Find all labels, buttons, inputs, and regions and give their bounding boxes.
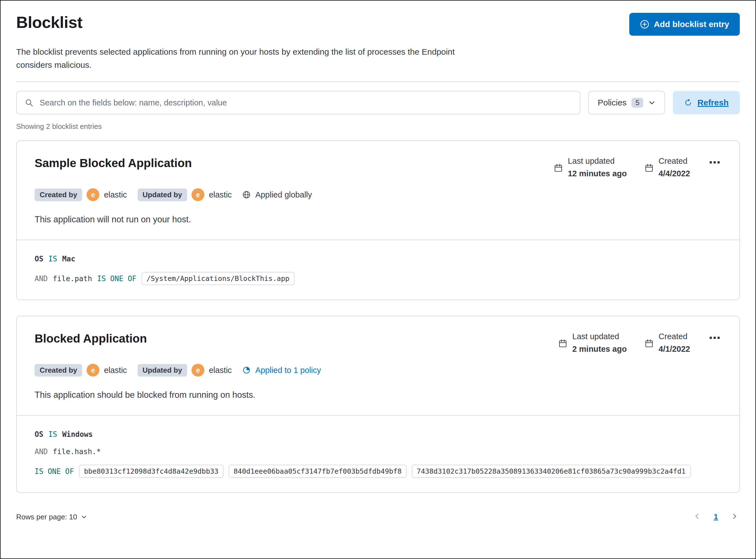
boxes-horizontal-icon (710, 161, 720, 164)
criteria-token: Mac (62, 255, 75, 263)
entry-actions-menu-button[interactable] (708, 156, 721, 168)
last-updated-value: 12 minutes ago (568, 169, 627, 178)
page-header: Blocklist Add blocklist entry (16, 13, 740, 36)
criteria-token: file.hash.* (53, 447, 101, 456)
refresh-button[interactable]: Refresh (673, 91, 740, 114)
applied-scope[interactable]: Applied to 1 policy (242, 366, 321, 375)
criteria-line: OSISWindows (35, 430, 721, 439)
table-footer: Rows per page: 10 1 (16, 511, 740, 523)
criteria-value-box: /System/Applications/BlockThis.app (142, 272, 295, 285)
entry-meta: Last updated 12 minutes ago Created 4/4/… (554, 156, 721, 178)
created-by-group: Created by e elastic (35, 364, 127, 377)
created-by-badge: Created by (35, 364, 82, 377)
page-title: Blocklist (16, 13, 82, 31)
last-updated-value: 2 minutes ago (572, 344, 627, 354)
page-description: The blocklist prevents selected applicat… (16, 45, 480, 71)
criteria-token: IS ONE OF (97, 274, 136, 283)
rows-per-page-button[interactable]: Rows per page: 10 (16, 513, 87, 521)
chevron-down-icon (648, 99, 655, 106)
updated-by-badge: Updated by (138, 188, 187, 201)
page-1-button[interactable]: 1 (711, 511, 721, 523)
criteria: OSISMacANDfile.pathIS ONE OF/System/Appl… (17, 240, 739, 299)
calendar-icon (645, 333, 653, 354)
updated-by-badge: Updated by (138, 364, 187, 377)
criteria: OSISWindowsANDfile.hash.*IS ONE OFbbe803… (17, 415, 739, 492)
created-by-group: Created by e elastic (35, 188, 127, 201)
add-blocklist-entry-label: Add blocklist entry (654, 20, 729, 29)
last-updated: Last updated 12 minutes ago (554, 156, 627, 178)
created-label: Created (658, 332, 690, 341)
toolbar: Policies 5 Refresh (16, 91, 740, 114)
updated-by-group: Updated by e elastic (138, 188, 232, 201)
calendar-icon (554, 158, 563, 178)
entry-title: Blocked Application (35, 332, 147, 345)
criteria-line: ANDfile.hash.* (35, 447, 721, 456)
chevron-down-icon (81, 514, 87, 520)
entry-meta: Last updated 2 minutes ago Created 4/1/2… (558, 332, 721, 354)
calendar-icon (558, 333, 567, 354)
updated-by-name: elastic (209, 190, 232, 199)
updated-by-name: elastic (209, 366, 232, 375)
created-by-name: elastic (104, 366, 127, 375)
previous-page-button (692, 511, 703, 523)
applied-scope-label: Applied to 1 policy (255, 366, 321, 375)
chevron-right-icon (731, 513, 738, 520)
entry-header: Blocked Application Last updated 2 minut… (17, 316, 739, 415)
created-by-name: elastic (104, 190, 127, 199)
next-page-button[interactable] (729, 511, 740, 523)
created-value: 4/4/2022 (658, 169, 690, 178)
criteria-value-box: 7438d3102c317b05228a350891363340206e81cf… (412, 465, 691, 478)
blocklist-entry-card: Sample Blocked Application Last updated … (16, 140, 740, 300)
policies-label: Policies (598, 98, 626, 107)
criteria-token: AND (35, 447, 48, 456)
created-by-badge: Created by (35, 188, 82, 201)
last-updated-label: Last updated (572, 332, 627, 341)
refresh-label: Refresh (697, 98, 729, 107)
search-icon (25, 98, 34, 107)
partial-circle-icon (242, 366, 251, 374)
policies-filter-button[interactable]: Policies 5 (588, 91, 665, 114)
plus-circle-icon (640, 20, 649, 29)
criteria-token: IS (48, 430, 57, 439)
user-avatar: e (192, 364, 204, 377)
add-blocklist-entry-button[interactable]: Add blocklist entry (629, 13, 740, 36)
criteria-token: OS (35, 430, 43, 439)
created-date: Created 4/1/2022 (645, 332, 690, 354)
blocklist-entry-card: Blocked Application Last updated 2 minut… (16, 316, 740, 493)
criteria-token: OS (35, 255, 43, 263)
criteria-token: IS ONE OF (35, 467, 74, 476)
entry-description: This application will not run on your ho… (35, 215, 721, 225)
rows-per-page-label: Rows per page: 10 (16, 513, 77, 521)
user-avatar: e (192, 188, 204, 201)
user-avatar: e (87, 188, 100, 201)
criteria-token: Windows (62, 430, 93, 439)
criteria-token: AND (35, 274, 48, 283)
entry-attribution-row: Created by e elastic Updated by e elasti… (35, 364, 721, 377)
search-input[interactable] (40, 98, 572, 107)
last-updated-label: Last updated (568, 156, 627, 166)
criteria-value-box: bbe80313cf12098d3fc4d8a42e9dbb33 (79, 465, 223, 478)
entry-actions-menu-button[interactable] (708, 332, 721, 344)
search-box (16, 91, 580, 114)
refresh-icon (684, 98, 692, 107)
criteria-line: OSISMac (35, 255, 721, 263)
policies-count-badge: 5 (631, 98, 643, 108)
blocklist-app-window: { "colors": { "primary": "#0071C2", "pri… (0, 0, 756, 559)
results-count: Showing 2 blocklist entries (16, 122, 740, 131)
criteria-token: file.path (53, 274, 92, 283)
user-avatar: e (87, 364, 100, 377)
applied-scope: Applied globally (242, 190, 312, 199)
applied-scope-label: Applied globally (255, 190, 312, 199)
entry-description: This application should be blocked from … (35, 390, 721, 400)
calendar-icon (645, 158, 653, 178)
chevron-left-icon (693, 513, 701, 520)
criteria-line: ANDfile.pathIS ONE OF/System/Application… (35, 272, 721, 285)
entry-title: Sample Blocked Application (35, 156, 192, 170)
criteria-value-box: 840d1eee06baa05cf3147fb7ef003b5dfdb49bf8 (229, 465, 407, 478)
blocklist-page: Blocklist Add blocklist entry The blockl… (1, 1, 755, 534)
boxes-horizontal-icon (710, 336, 720, 339)
header-divider (16, 82, 740, 82)
entry-attribution-row: Created by e elastic Updated by e elasti… (35, 188, 721, 201)
created-value: 4/1/2022 (658, 344, 690, 354)
pagination: 1 (692, 511, 740, 523)
